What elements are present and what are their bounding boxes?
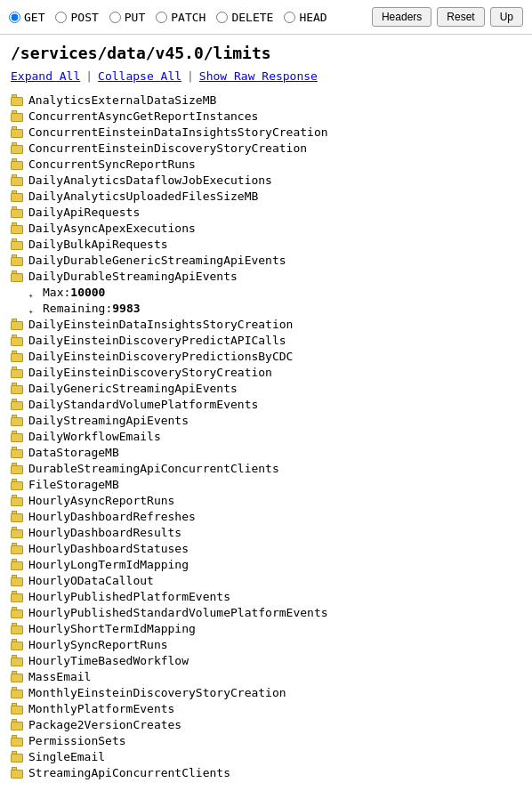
folder-icon <box>11 366 25 378</box>
method-head-label[interactable]: HEAD <box>299 11 326 24</box>
method-head[interactable]: HEAD <box>284 11 326 24</box>
method-get[interactable]: GET <box>9 11 44 24</box>
method-put-label[interactable]: PUT <box>125 11 145 24</box>
collapse-all-link[interactable]: Collapse All <box>98 69 181 83</box>
folder-icon <box>11 446 25 458</box>
tree-item[interactable]: DailyDurableStreamingApiEvents <box>11 268 521 284</box>
tree-item[interactable]: ConcurrentEinsteinDataInsightsStoryCreat… <box>11 124 521 140</box>
tree-item[interactable]: DailyGenericStreamingApiEvents <box>11 380 521 396</box>
tree-item[interactable]: HourlyAsyncReportRuns <box>11 492 521 508</box>
method-patch[interactable]: PATCH <box>156 11 206 24</box>
tree-item[interactable]: DailyBulkApiRequests <box>11 236 521 252</box>
method-post-label[interactable]: POST <box>70 11 98 24</box>
folder-icon <box>11 270 25 282</box>
folder-icon <box>11 558 25 570</box>
tree-item[interactable]: HourlySyncReportRuns <box>11 636 521 652</box>
tree-item[interactable]: DailyAnalyticsDataflowJobExecutions <box>11 172 521 188</box>
tree-item[interactable]: DailyStandardVolumePlatformEvents <box>11 396 521 412</box>
sub-item-value: 10000 <box>70 286 105 299</box>
tree-item-label: MonthlyEinsteinDiscoveryStoryCreation <box>28 686 286 699</box>
tree-item[interactable]: DailyStreamingApiEvents <box>11 412 521 428</box>
method-post[interactable]: POST <box>55 11 98 24</box>
tree-item[interactable]: MonthlyEinsteinDiscoveryStoryCreation <box>11 684 521 700</box>
tree-item[interactable]: MassEmail <box>11 668 521 684</box>
folder-icon <box>11 574 25 586</box>
tree-item[interactable]: SingleEmail <box>11 748 521 764</box>
tree-item-label: HourlyODataCallout <box>28 574 154 587</box>
tree-item[interactable]: HourlyTimeBasedWorkflow <box>11 652 521 668</box>
tree-item[interactable]: DailyWorkflowEmails <box>11 428 521 444</box>
headers-button[interactable]: Headers <box>372 7 431 27</box>
tree-item[interactable]: DataStorageMB <box>11 444 521 460</box>
tree-item[interactable]: AnalyticsExternalDataSizeMB <box>11 92 521 108</box>
reset-button[interactable]: Reset <box>437 7 484 27</box>
tree-item-label: DailyStandardVolumePlatformEvents <box>28 398 258 411</box>
tree-item[interactable]: HourlyODataCallout <box>11 572 521 588</box>
method-patch-label[interactable]: PATCH <box>171 11 206 24</box>
tree-item[interactable]: HourlyDashboardRefreshes <box>11 508 521 524</box>
tree-item[interactable]: DailyEinsteinDiscoveryPredictionsByCDC <box>11 348 521 364</box>
tree-item[interactable]: HourlyDashboardResults <box>11 524 521 540</box>
folder-icon <box>11 510 25 522</box>
tree-item[interactable]: HourlyLongTermIdMapping <box>11 556 521 572</box>
tree-item-label: Package2VersionCreates <box>28 718 181 731</box>
method-group: GET POST PUT PATCH DELETE HEAD <box>9 11 327 24</box>
tree-item-label: PermissionSets <box>28 734 126 747</box>
method-delete[interactable]: DELETE <box>216 11 273 24</box>
tree-item-label: HourlyPublishedStandardVolumePlatformEve… <box>28 606 328 619</box>
sub-item-value: 9983 <box>112 302 140 315</box>
tree-item-label: DailyGenericStreamingApiEvents <box>28 382 238 395</box>
folder-icon <box>11 734 25 746</box>
tree-item[interactable]: HourlyPublishedPlatformEvents <box>11 588 521 604</box>
tree-item-label: DailyBulkApiRequests <box>28 238 168 251</box>
tree-item[interactable]: Package2VersionCreates <box>11 716 521 732</box>
tree-item[interactable]: DailyEinsteinDiscoveryStoryCreation <box>11 364 521 380</box>
folder-icon <box>11 174 25 186</box>
tree-item[interactable]: FileStorageMB <box>11 476 521 492</box>
up-button[interactable]: Up <box>490 7 523 27</box>
tree-item-label: HourlyDashboardResults <box>28 526 181 539</box>
tree-item[interactable]: DailyEinsteinDataInsightsStoryCreation <box>11 316 521 332</box>
sub-item: Remaining: 9983 <box>11 300 521 316</box>
tree-item[interactable]: ConcurrentAsyncGetReportInstances <box>11 108 521 124</box>
tree-item[interactable]: ConcurrentSyncReportRuns <box>11 156 521 172</box>
api-path: /services/data/v45.0/limits <box>0 35 532 68</box>
tree-item[interactable]: PermissionSets <box>11 732 521 748</box>
tree-item-label: DailyAnalyticsUploadedFilesSizeMB <box>28 190 258 203</box>
tree-item[interactable]: HourlyPublishedStandardVolumePlatformEve… <box>11 604 521 620</box>
tree-item[interactable]: StreamingApiConcurrentClients <box>11 764 521 780</box>
method-delete-label[interactable]: DELETE <box>231 11 273 24</box>
method-put[interactable]: PUT <box>109 11 145 24</box>
tree-item[interactable]: ConcurrentEinsteinDiscoveryStoryCreation <box>11 140 521 156</box>
folder-icon <box>11 398 25 410</box>
folder-icon <box>11 190 25 202</box>
folder-icon <box>11 254 25 266</box>
tree-item[interactable]: DailyEinsteinDiscoveryPredictAPICalls <box>11 332 521 348</box>
method-get-label[interactable]: GET <box>24 11 44 24</box>
show-raw-response-link[interactable]: Show Raw Response <box>199 69 318 83</box>
tree-item-label: HourlySyncReportRuns <box>28 638 168 651</box>
tree-item-label: FileStorageMB <box>28 478 119 491</box>
tree-item[interactable]: MonthlyPlatformEvents <box>11 700 521 716</box>
tree-item[interactable]: DailyDurableGenericStreamingApiEvents <box>11 252 521 268</box>
tree-item-label: ConcurrentEinsteinDataInsightsStoryCreat… <box>28 125 328 139</box>
folder-icon <box>11 686 25 698</box>
tree-item[interactable]: HourlyDashboardStatuses <box>11 540 521 556</box>
folder-icon <box>11 462 25 474</box>
tree-item[interactable]: DailyAnalyticsUploadedFilesSizeMB <box>11 188 521 204</box>
expand-all-link[interactable]: Expand All <box>11 69 80 83</box>
folder-icon <box>11 670 25 682</box>
tree-item[interactable]: DailyAsyncApexExecutions <box>11 220 521 236</box>
sep1: | <box>85 69 93 83</box>
tree-item[interactable]: DailyApiRequests <box>11 204 521 220</box>
tree-item-label: ConcurrentSyncReportRuns <box>28 157 196 171</box>
top-bar: GET POST PUT PATCH DELETE HEAD Headers R… <box>0 0 532 35</box>
folder-icon <box>11 478 25 490</box>
folder-icon <box>11 238 25 250</box>
sub-item-key: Max: <box>43 286 70 299</box>
tree-item[interactable]: DurableStreamingApiConcurrentClients <box>11 460 521 476</box>
tree-item[interactable]: HourlyShortTermIdMapping <box>11 620 521 636</box>
tree-item-label: HourlyDashboardRefreshes <box>28 510 196 523</box>
tree-item-label: DailyEinsteinDiscoveryPredictionsByCDC <box>28 350 293 363</box>
tree-item-label: HourlyTimeBasedWorkflow <box>28 654 189 667</box>
